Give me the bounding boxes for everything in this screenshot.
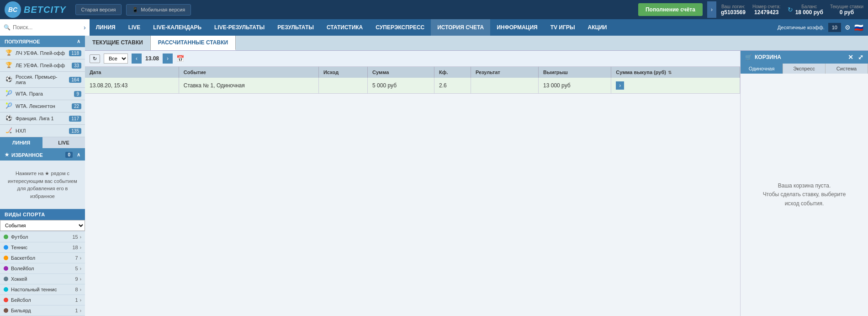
date-prev-button[interactable]: ‹ (132, 54, 142, 64)
th-outcome: Исход (318, 67, 367, 78)
sidebar-item-wta-lex[interactable]: 🎾 WTA. Лексингтон 22 (0, 100, 85, 112)
sport-item-billiard[interactable]: Бильярд 1 › (0, 305, 85, 316)
basket-header: 🛒 КОРЗИНА ✕ ⤢ (741, 51, 868, 64)
table-tennis-label: Настольный теннис (11, 287, 75, 292)
nav-item-info[interactable]: ИНФОРМАЦИЯ (490, 19, 544, 36)
nav-item-live[interactable]: LIVE (122, 19, 147, 36)
sidebar-item-wta-praga[interactable]: 🎾 WTA. Прага 9 (0, 88, 85, 100)
nav-item-history[interactable]: ИСТОРИЯ СЧЕТА (431, 19, 490, 36)
basket-panel: 🛒 КОРЗИНА ✕ ⤢ Одиночная Экспресс Система… (740, 51, 868, 316)
tab-calculated-bets[interactable]: РАССЧИТАННЫЕ СТАВКИ (151, 36, 236, 50)
flag-icon[interactable]: 🇷🇺 (854, 23, 863, 32)
football-dot (4, 235, 8, 239)
star-icon: ★ (5, 152, 9, 158)
login-item: Ваш логин: g5103569 (721, 4, 746, 16)
vidy-sporta-header: ВИДЫ СПОРТА (0, 209, 85, 220)
current-bets-label: Текущие ставки (830, 4, 863, 9)
tennis-label: Теннис (11, 245, 72, 250)
sport-item-tennis[interactable]: Теннис 18 › (0, 242, 85, 253)
billiard-arrow-icon: › (80, 308, 81, 313)
popular-header[interactable]: ПОПУЛЯРНОЕ ∧ (0, 36, 85, 47)
filter-select[interactable]: Все (104, 54, 128, 64)
sport-item-baseball[interactable]: Бейсбол 1 › (0, 295, 85, 305)
sidebar-item-russia[interactable]: ⚽ Россия. Премьер-лига 164 (0, 72, 85, 88)
balance-label: Баланс (801, 4, 817, 9)
search-icon: 🔍 (4, 24, 11, 31)
tab-live[interactable]: LIVE (42, 137, 85, 148)
refresh-icon[interactable]: ↻ (788, 6, 793, 13)
settings-icon[interactable]: ⚙ (845, 24, 851, 31)
tennis-icon: 🎾 (5, 90, 13, 97)
basket-tab-system[interactable]: Система (826, 64, 868, 74)
nav-item-tv[interactable]: TV ИГРЫ (544, 19, 582, 36)
nav-item-akcii[interactable]: АКЦИИ (581, 19, 613, 36)
sport-item-basketball[interactable]: Баскетбол 7 › (0, 253, 85, 263)
login-label: Ваш логин: (721, 4, 745, 9)
expand-row-button[interactable]: › (616, 81, 624, 90)
sport-item-table-tennis[interactable]: Настольный теннис 8 › (0, 284, 85, 295)
decimal-coeff-label: Десятичные коэфф. (778, 25, 825, 30)
date-next-button[interactable]: › (163, 54, 173, 64)
sobytiya-select[interactable]: События (0, 220, 85, 231)
mobile-version-label: Мобильная версия (141, 7, 185, 12)
basket-tab-express[interactable]: Экспресс (783, 64, 826, 74)
sidebar-item-nkhl[interactable]: 🏒 НХЛ 135 (0, 125, 85, 137)
search-input[interactable] (13, 24, 81, 31)
sidebar-item-le[interactable]: 🏆 ЛЕ УЕФА. Плей-офф 33 (0, 59, 85, 72)
refresh-button[interactable]: ↻ (90, 54, 100, 63)
hockey-label: Хоккей (11, 276, 75, 282)
search-submit-icon[interactable]: › (84, 24, 86, 31)
coeff-box[interactable]: 10 (828, 23, 841, 32)
cell-event: Ставка № 1, Одиночная (179, 78, 318, 94)
tab-liniya[interactable]: ЛИНИЯ (0, 137, 42, 148)
nav-item-liniya[interactable]: ЛИНИЯ (90, 19, 122, 36)
basket-tab-single[interactable]: Одиночная (741, 64, 783, 74)
volleyball-dot (4, 266, 8, 271)
mobile-version-button[interactable]: 📱 Мобильная версия (126, 4, 191, 16)
tennis-count: 18 (72, 245, 78, 250)
cell-date: 13.08.20, 15:43 (85, 78, 179, 94)
basket-title: КОРЗИНА (755, 54, 781, 60)
nav-item-results[interactable]: РЕЗУЛЬТАТЫ (271, 19, 320, 36)
logo: BC BETCITY (5, 1, 66, 18)
th-event: Событие (179, 67, 318, 78)
sidebar-item-nkhl-label: НХЛ (16, 128, 67, 134)
bets-table: Дата Событие Исход Сумма Кф. Результат В… (85, 67, 740, 94)
popular-chevron-icon: ∧ (77, 38, 80, 44)
nav-item-statistics[interactable]: СТАТИСТИКА (320, 19, 369, 36)
baseball-count: 1 (75, 297, 78, 303)
sport-item-volleyball[interactable]: Волейбол 5 › (0, 263, 85, 274)
basketball-count: 7 (75, 255, 78, 261)
tab-current-bets[interactable]: ТЕКУЩИЕ СТАВКИ (85, 36, 151, 50)
logo-text: BETCITY (24, 5, 66, 15)
baseball-dot (4, 298, 8, 302)
old-version-button[interactable]: Старая версия (75, 4, 122, 15)
replenish-button[interactable]: Пополнение счёта (638, 3, 703, 16)
th-result: Результат (471, 67, 538, 78)
current-bets-item: Текущие ставки 0 руб (830, 4, 863, 16)
football-arrow-icon: › (80, 235, 81, 240)
basket-close-button[interactable]: ✕ (848, 54, 853, 61)
nav-item-live-results[interactable]: LIVE-РЕЗУЛЬТАТЫ (208, 19, 271, 36)
balance-section: ↻ Баланс 18 000 руб (788, 4, 823, 16)
cell-sum: 5 000 руб (368, 78, 434, 94)
nav-item-superexpress[interactable]: СУПЕРЭКСПРЕСС (369, 19, 431, 36)
sidebar-item-france[interactable]: ⚽ Франция. Лига 1 117 (0, 112, 85, 125)
account-info: Ваш логин: g5103569 Номер счета: 1247942… (721, 4, 863, 16)
tennis2-icon: 🎾 (5, 102, 13, 110)
sport-item-hockey[interactable]: Хоккей 9 › (0, 274, 85, 284)
sidebar-item-lch-count: 118 (69, 50, 81, 56)
account-arrow[interactable]: › (707, 1, 716, 18)
hockey-count: 9 (75, 276, 78, 282)
sidebar-item-lch[interactable]: 🏆 ЛЧ УЕФА. Плей-офф 118 (0, 47, 85, 59)
football-label: Футбол (11, 234, 72, 240)
sport-item-football[interactable]: Футбол 15 › (0, 232, 85, 242)
nav-item-live-calendar[interactable]: LIVE-КАЛЕНДАРЬ (147, 19, 208, 36)
izbrannoye-header[interactable]: ★ ИЗБРАННОЕ 0 ∧ (0, 149, 85, 161)
left-sidebar: ПОПУЛЯРНОЕ ∧ 🏆 ЛЧ УЕФА. Плей-офф 118 🏆 Л… (0, 36, 85, 316)
cell-result (471, 78, 538, 94)
basket-expand-icon[interactable]: ⤢ (858, 54, 863, 61)
calendar-icon[interactable]: 📅 (176, 55, 184, 62)
th-kf: Кф. (434, 67, 471, 78)
search-box[interactable]: 🔍 › (0, 19, 90, 36)
